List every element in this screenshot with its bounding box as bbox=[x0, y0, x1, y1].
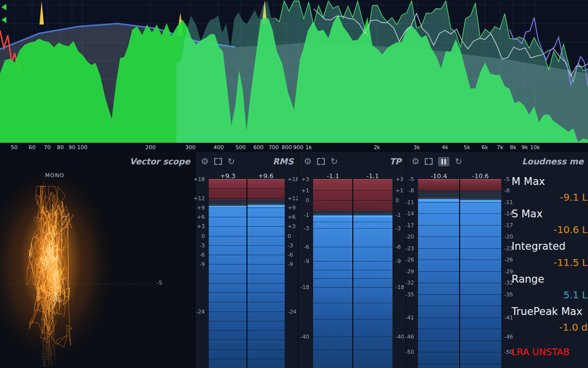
vector-scope-title: Vector scope bbox=[129, 157, 190, 166]
scale-tick: -1 bbox=[304, 212, 309, 218]
expand-icon[interactable] bbox=[425, 158, 433, 165]
rms-bars[interactable] bbox=[209, 179, 285, 368]
expand-icon[interactable] bbox=[214, 158, 222, 165]
rms-readout-ch1: +9.3 bbox=[220, 172, 236, 180]
peak-marker bbox=[209, 206, 246, 208]
scale-tick: -8 bbox=[409, 187, 414, 194]
scale-tick: +6 bbox=[288, 214, 295, 220]
scale-tick: -41 bbox=[405, 314, 414, 320]
refresh-icon[interactable]: ↻ bbox=[330, 157, 338, 166]
scale-tick: 0 bbox=[288, 233, 291, 239]
gear-icon[interactable]: ⚙ bbox=[201, 157, 209, 166]
freq-label-300: 300 bbox=[185, 144, 196, 151]
freq-label-3k: 3k bbox=[414, 144, 420, 151]
loudness-channel-2 bbox=[460, 179, 501, 368]
stat-value: -10.6 L bbox=[512, 224, 588, 236]
freq-label-5k: 5k bbox=[464, 144, 470, 151]
freq-label-50: 50 bbox=[11, 144, 18, 151]
scale-tick: -1 bbox=[395, 212, 401, 218]
freq-label-2k: 2k bbox=[373, 144, 380, 151]
freq-label-90: 90 bbox=[69, 144, 75, 151]
over-zone bbox=[247, 179, 285, 200]
side-axis-label: -S bbox=[157, 280, 162, 286]
scroll-left-icon[interactable] bbox=[1, 17, 6, 23]
freq-label-10k: 10k bbox=[530, 144, 540, 151]
stat-label: TruePeak Max bbox=[512, 306, 588, 318]
tp-title: TP bbox=[390, 157, 401, 166]
loudness-title: Loudness me bbox=[522, 157, 584, 166]
scale-tick: -9 bbox=[288, 261, 293, 267]
scale-tick: -5 bbox=[504, 176, 510, 183]
scale-tick: -14 bbox=[405, 210, 414, 217]
expand-icon[interactable] bbox=[317, 158, 325, 165]
peak-marker bbox=[418, 199, 459, 201]
vector-scope-display[interactable] bbox=[0, 152, 195, 368]
scale-tick: -9 bbox=[395, 258, 401, 264]
scale-tick: +3 bbox=[395, 176, 403, 183]
rms-channel-2 bbox=[247, 179, 285, 368]
refresh-icon[interactable]: ↻ bbox=[455, 157, 462, 166]
freq-label-700: 700 bbox=[269, 144, 279, 151]
scale-tick: -9 bbox=[304, 258, 309, 264]
scale-tick: -26 bbox=[405, 257, 414, 263]
level-fill bbox=[353, 216, 392, 368]
stat-value: -1.0 d bbox=[512, 321, 588, 333]
scale-tick: -35 bbox=[405, 291, 414, 297]
vector-scope-header: Vector scope bbox=[0, 152, 195, 171]
refresh-icon[interactable]: ↻ bbox=[227, 157, 235, 166]
scale-tick: -32 bbox=[405, 280, 414, 286]
freq-label-400: 400 bbox=[214, 144, 224, 151]
scale-tick: +9 bbox=[288, 204, 295, 210]
audio-analyzer-app: 50607080901002003004005006007008009001k2… bbox=[0, 0, 588, 368]
rms-readout-ch2: +9.6 bbox=[258, 172, 273, 180]
spectrum-display[interactable] bbox=[0, 0, 588, 143]
scale-tick: -3 bbox=[288, 242, 293, 248]
loudness-panel: ⚙↻Loudness me-10.4-10.6-5-8-11-14-17-20-… bbox=[406, 152, 588, 368]
rms-toolbar: ⚙↻RMS bbox=[196, 152, 298, 171]
freq-label-4k: 4k bbox=[441, 144, 448, 151]
level-fill bbox=[247, 206, 285, 368]
stat-label: Range bbox=[512, 273, 588, 286]
level-fill bbox=[313, 216, 352, 368]
over-zone bbox=[313, 179, 352, 210]
over-zone bbox=[209, 179, 246, 200]
level-fill bbox=[209, 207, 246, 368]
tp-readout-ch2: -1.1 bbox=[367, 172, 379, 180]
tp-readout-ch1: -1.1 bbox=[327, 172, 339, 180]
scale-tick: 0 bbox=[201, 233, 205, 239]
loudness-scale-left: -5-8-11-14-17-20-23-26-29-32-35-41-46-50 bbox=[406, 179, 415, 368]
scale-tick: 0 bbox=[306, 197, 309, 204]
stat-value: 5.1 L bbox=[512, 289, 588, 301]
stat-range: Range5.1 L bbox=[512, 273, 588, 301]
scale-tick: -6 bbox=[304, 243, 309, 250]
loudness-readout-ch2: -10.6 bbox=[472, 172, 489, 180]
scale-tick: -3 bbox=[199, 242, 205, 248]
scale-tick: -24 bbox=[196, 308, 205, 315]
gear-icon[interactable]: ⚙ bbox=[304, 157, 312, 166]
freq-label-100: 100 bbox=[77, 144, 88, 151]
stat-m-max: M Max-9.1 L bbox=[512, 176, 588, 203]
freq-label-200: 200 bbox=[146, 144, 156, 151]
tp-bars[interactable] bbox=[313, 179, 392, 368]
scale-tick: -24 bbox=[288, 308, 296, 315]
lra-warning: LRA UNSTAB bbox=[512, 346, 569, 357]
stat-s-max: S Max-10.6 L bbox=[512, 208, 588, 236]
pause-icon[interactable] bbox=[438, 157, 449, 166]
peak-marker bbox=[460, 200, 501, 202]
gear-icon[interactable]: ⚙ bbox=[412, 157, 419, 166]
stat-truepeak-max: TruePeak Max-1.0 d bbox=[512, 306, 588, 333]
stat-label: S Max bbox=[512, 208, 588, 220]
peak-marker bbox=[353, 215, 392, 217]
stat-integrated: Integrated-11.5 L bbox=[512, 240, 588, 268]
stat-label: M Max bbox=[512, 176, 588, 188]
scale-tick: -18 bbox=[395, 284, 404, 290]
headroom-zone bbox=[209, 200, 246, 207]
tp-toolbar: ⚙↻TP bbox=[298, 152, 406, 171]
stat-label: Integrated bbox=[512, 240, 588, 253]
over-zone bbox=[460, 179, 501, 191]
loudness-bars[interactable] bbox=[418, 179, 501, 368]
freq-label-9k: 9k bbox=[521, 144, 528, 151]
scale-tick: -20 bbox=[405, 234, 414, 240]
scale-tick: -40 bbox=[395, 334, 404, 340]
scale-tick: -3 bbox=[395, 225, 401, 232]
